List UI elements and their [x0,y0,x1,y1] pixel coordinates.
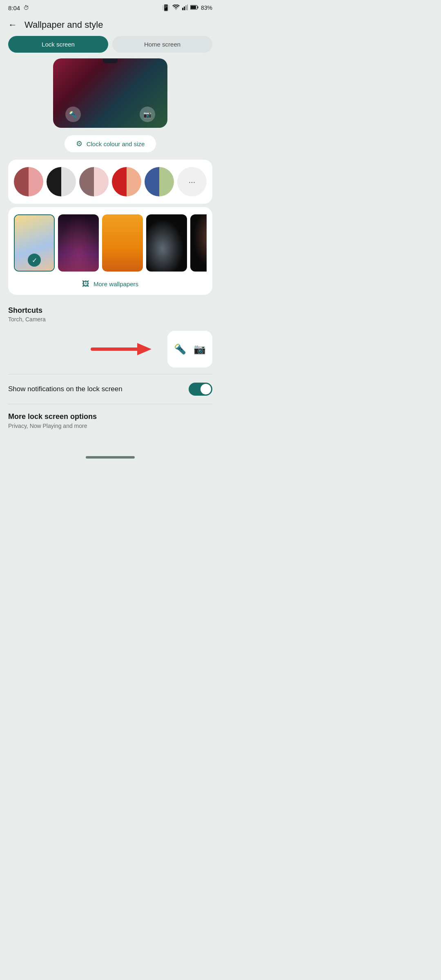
wallpaper-preview[interactable]: 🔦 📷 [53,58,167,128]
torch-shortcut-preview: 🔦 [65,107,81,122]
swatch-1[interactable] [14,167,43,196]
notifications-toggle-row: Show notifications on the lock screen [0,374,220,404]
swatches-row: ··· [14,167,207,196]
shortcuts-subtitle: Torch, Camera [8,316,212,323]
shortcut-icons-preview: 🔦 📷 [53,107,167,122]
time-display: 8:04 [8,4,20,11]
wallpaper-thumb-3[interactable] [102,214,143,272]
gear-icon: ⚙ [76,139,82,148]
more-wallpapers-button[interactable]: 🖼 More wallpapers [14,277,207,291]
battery-icon [190,4,198,11]
svg-rect-3 [187,4,188,10]
vibrate-icon: 📳 [162,4,170,11]
status-left: 8:04 ⏱ [8,4,29,11]
nav-bar [0,450,220,467]
top-bar: ← Wallpaper and style [0,14,220,36]
nav-pill [86,456,135,459]
more-options-title: More lock screen options [8,412,212,421]
arrow-container [8,337,167,361]
torch-icon: 🔦 [174,343,186,355]
wallpaper-preview-wrap: 🔦 📷 [0,58,220,130]
battery-percent: 83% [201,4,212,11]
clock-colour-button[interactable]: ⚙ Clock colour and size [65,135,156,152]
swatch-4[interactable] [112,167,141,196]
more-lock-screen-section[interactable]: More lock screen options Privacy, Now Pl… [0,404,220,433]
page-title: Wallpaper and style [24,20,103,30]
wallpaper-thumb-1[interactable]: ✓ [14,214,55,272]
svg-rect-2 [185,5,187,10]
tab-lock-screen[interactable]: Lock screen [8,36,108,53]
wallpaper-thumb-4[interactable] [146,214,187,272]
alarm-icon: ⏱ [23,4,29,11]
camera-icon: 📷 [194,343,206,355]
more-wallpapers-icon: 🖼 [82,280,89,288]
svg-rect-6 [197,7,198,9]
more-wallpapers-label: More wallpapers [94,281,138,287]
status-right: 📳 83% [162,4,212,11]
more-options-subtitle: Privacy, Now Playing and more [8,423,212,429]
back-button[interactable]: ← [8,20,17,30]
shortcuts-box[interactable]: 🔦 📷 [167,331,212,368]
svg-rect-5 [191,6,196,9]
status-bar: 8:04 ⏱ 📳 8 [0,0,220,14]
swatch-3[interactable] [79,167,109,196]
signal-icon [182,4,188,11]
clock-colour-label: Clock colour and size [87,140,145,147]
svg-rect-1 [184,7,185,10]
notifications-label: Show notifications on the lock screen [8,384,122,394]
swatch-5[interactable] [145,167,174,196]
wallpaper-thumb-5[interactable] [190,214,207,272]
selected-check: ✓ [28,254,41,267]
wallpaper-notch [103,58,118,63]
notifications-toggle[interactable] [189,383,212,396]
shortcuts-area: 🔦 📷 [0,327,220,374]
wallpaper-thumb-2[interactable] [58,214,99,272]
svg-rect-0 [182,8,183,10]
wallpapers-card: ✓ 🖼 More wallpapers [8,207,212,295]
camera-shortcut-preview: 📷 [140,107,155,122]
toggle-knob [200,384,211,394]
shortcuts-section: Shortcuts Torch, Camera [0,298,220,327]
tab-row: Lock screen Home screen [0,36,220,58]
color-swatches-card: ··· [8,160,212,204]
wallpaper-thumbs: ✓ [14,214,207,272]
swatch-2[interactable] [47,167,76,196]
tab-home-screen[interactable]: Home screen [112,36,212,53]
red-arrow [88,337,162,361]
shortcuts-title: Shortcuts [8,306,212,315]
clock-colour-wrap: ⚙ Clock colour and size [0,130,220,157]
wifi-icon [172,4,180,11]
swatch-more[interactable]: ··· [177,167,207,196]
